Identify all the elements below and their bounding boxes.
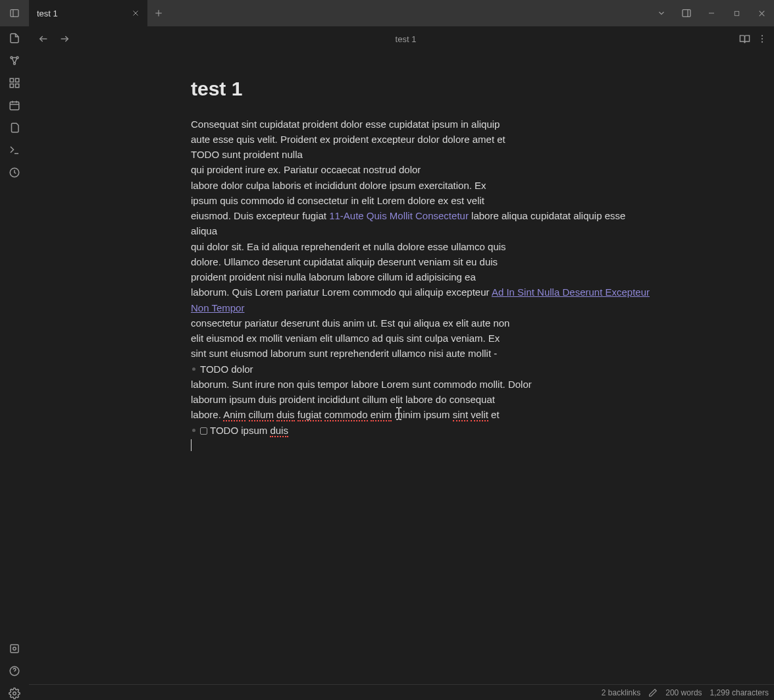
tab-strip: test 1 [29, 0, 170, 26]
reading-mode-button[interactable] [739, 34, 750, 45]
editor-scroll[interactable]: test 1 Consequat sint cupidatat proident… [29, 51, 774, 684]
status-char-count[interactable]: 1,299 characters [710, 688, 769, 697]
settings-icon [9, 687, 20, 699]
tab-add-button[interactable] [147, 0, 170, 26]
note-line[interactable]: eiusmod. Duis excepteur fugiat 11-Aute Q… [191, 208, 652, 239]
editor-content[interactable]: test 1 Consequat sint cupidatat proident… [191, 51, 652, 493]
workspace: test 1 test 1 Consequat sint cupidatat p… [0, 26, 774, 700]
svg-point-32 [13, 692, 16, 695]
ribbon-recent[interactable] [8, 166, 21, 179]
internal-link[interactable]: 11-Aute Quis Mollit Consectetur [329, 210, 469, 221]
note-line[interactable]: laborum. Quis Lorem pariatur Lorem commo… [191, 284, 652, 315]
tab-title: test 1 [37, 9, 126, 18]
terminal-icon [9, 144, 20, 156]
files-icon [9, 122, 20, 134]
nav-forward-button[interactable] [57, 34, 72, 44]
note-line[interactable]: qui proident irure ex. Pariatur occaecat… [191, 162, 652, 177]
ribbon-settings[interactable] [8, 687, 21, 700]
calendar-icon [9, 99, 20, 111]
ribbon-canvas[interactable] [8, 76, 21, 90]
note-line[interactable]: aute esse quis velit. Proident ex proide… [191, 132, 652, 147]
status-edit-mode[interactable] [648, 688, 658, 697]
ribbon-daily[interactable] [8, 99, 21, 112]
ribbon-vault[interactable] [8, 642, 21, 655]
ribbon-new-note[interactable] [8, 32, 21, 45]
svg-rect-6 [683, 10, 690, 17]
svg-point-29 [13, 647, 16, 651]
tab-history-button[interactable] [649, 0, 674, 26]
view-title[interactable]: test 1 [78, 34, 734, 44]
note-body[interactable]: Consequat sint cupidatat proident dolor … [191, 117, 652, 438]
titlebar: test 1 [0, 0, 774, 26]
svg-rect-9 [735, 11, 738, 15]
ribbon-command[interactable] [8, 144, 21, 157]
arrow-right-icon [59, 34, 70, 44]
status-bar: 2 backlinks 200 words 1,299 characters [29, 684, 774, 700]
ribbon-files[interactable] [8, 121, 21, 134]
tab-active[interactable]: test 1 [29, 0, 147, 26]
note-line[interactable]: proident proident nisi nulla laborum lab… [191, 269, 652, 284]
note-line[interactable]: consectetur pariatur deserunt duis anim … [191, 315, 652, 331]
note-line[interactable]: ipsum quis commodo id consectetur in eli… [191, 193, 652, 208]
svg-rect-20 [10, 84, 13, 88]
graph-icon [9, 55, 20, 67]
more-vertical-icon [757, 34, 767, 44]
grid-icon [9, 77, 20, 89]
ribbon-graph[interactable] [8, 54, 21, 67]
note-line[interactable]: sint sunt eiusmod laborum sunt reprehend… [191, 346, 652, 361]
more-options-button[interactable] [757, 34, 767, 45]
window-close[interactable] [749, 0, 774, 26]
svg-point-14 [13, 63, 15, 65]
note-line[interactable]: qui dolor sit. Ea id aliqua reprehenderi… [191, 239, 652, 254]
note-line[interactable]: labore. Anim cillum duis fugiat commodo … [191, 407, 652, 422]
note-heading[interactable]: test 1 [191, 74, 652, 105]
pen-icon [648, 688, 658, 697]
svg-rect-28 [11, 645, 18, 653]
main-pane: test 1 test 1 Consequat sint cupidatat p… [29, 26, 774, 700]
note-line[interactable]: TODO sunt proident nulla [191, 147, 652, 162]
svg-rect-21 [15, 84, 18, 88]
note-line[interactable]: TODO dolor [191, 362, 652, 377]
right-panel-toggle[interactable] [674, 0, 699, 26]
plus-icon [154, 9, 163, 18]
svg-point-36 [761, 38, 763, 39]
panel-right-icon [681, 8, 692, 18]
window-maximize[interactable] [724, 0, 749, 26]
window-minimize[interactable] [699, 0, 724, 26]
note-line[interactable]: dolore. Ullamco deserunt cupidatat aliqu… [191, 254, 652, 269]
note-line[interactable]: laborum. Sunt irure non quis tempor labo… [191, 377, 652, 392]
status-words-text: 200 words [665, 688, 702, 697]
svg-rect-18 [10, 78, 13, 82]
tab-close-button[interactable] [132, 9, 140, 17]
svg-rect-0 [11, 10, 18, 17]
app-root: test 1 [0, 0, 774, 700]
svg-point-35 [761, 35, 763, 36]
status-backlinks[interactable]: 2 backlinks [602, 688, 640, 697]
task-checkbox[interactable] [200, 427, 207, 435]
note-line[interactable]: elit eiusmod ex mollit veniam elit ullam… [191, 331, 652, 346]
window-controls [649, 0, 774, 26]
close-icon [758, 9, 766, 18]
note-line[interactable]: TODO ipsum duis [191, 423, 652, 438]
chevron-down-icon [657, 9, 666, 18]
view-actions [739, 34, 767, 45]
close-icon [132, 9, 140, 17]
svg-point-37 [761, 41, 763, 42]
titlebar-spacer [170, 0, 649, 26]
note-line[interactable]: Consequat sint cupidatat proident dolor … [191, 117, 652, 132]
nav-back-button[interactable] [36, 34, 51, 44]
note-line[interactable]: laborum ipsum duis proident incididunt c… [191, 392, 652, 407]
note-line[interactable]: labore dolor culpa laboris et incididunt… [191, 178, 652, 193]
vault-icon [9, 643, 20, 655]
text-cursor [191, 439, 192, 451]
ribbon-help[interactable] [8, 664, 21, 678]
panel-left-icon [9, 8, 20, 18]
view-header: test 1 [29, 26, 774, 51]
arrow-left-icon [38, 34, 49, 44]
svg-line-16 [14, 58, 16, 63]
status-word-count[interactable]: 200 words [665, 688, 702, 697]
sidebar-toggle-button[interactable] [0, 0, 29, 26]
clock-icon [9, 167, 20, 178]
book-open-icon [739, 34, 750, 45]
svg-line-15 [12, 58, 14, 63]
